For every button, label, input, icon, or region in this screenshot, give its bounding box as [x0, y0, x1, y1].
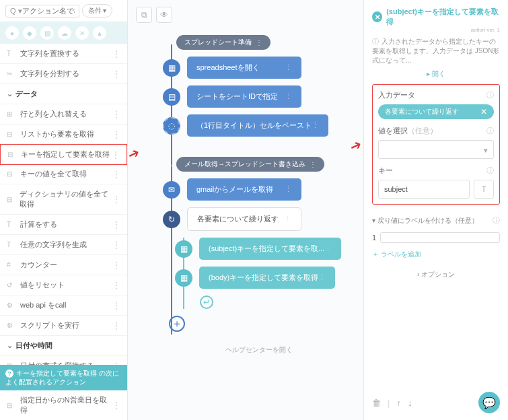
- flow-node-loop[interactable]: 各要素について繰り返す⋮: [187, 207, 301, 231]
- cat-icon[interactable]: ▲: [93, 26, 106, 40]
- list-item[interactable]: ↺値をリセット⋮: [0, 275, 127, 295]
- chat-fab[interactable]: 💬: [478, 392, 500, 413]
- delete-button[interactable]: 🗑: [372, 398, 381, 408]
- sidebar: Q ▾ 条件 ▾ ● ◆ ▤ ☁ ✕ ▲ T文字列を置換する⋮ ✂文字列を分割す…: [0, 0, 128, 420]
- remove-tag-icon[interactable]: ✕: [480, 107, 487, 116]
- move-up-button[interactable]: ↑: [396, 398, 401, 408]
- action-list: T文字列を置換する⋮ ✂文字列を分割する⋮ ⌄データ ⊞行と列を入れ替える⋮ ⊟…: [0, 44, 127, 365]
- flow-node[interactable]: gmailからメールを取得⋮: [187, 178, 301, 201]
- filter-pill[interactable]: 条件 ▾: [82, 4, 113, 18]
- list-item[interactable]: ⊟リストから要素を取得⋮: [0, 125, 127, 145]
- panel-description: ⓘ入力されたデータから指定したキーの要素を取得します。入力データは JSON形式…: [372, 37, 500, 65]
- label-input[interactable]: [380, 232, 500, 243]
- key-input[interactable]: subject: [378, 180, 470, 199]
- close-icon[interactable]: ✕: [372, 11, 382, 22]
- help-link[interactable]: ヘルプセンターを開く: [163, 345, 355, 355]
- cat-icon[interactable]: ●: [5, 26, 19, 40]
- version-label: action ver. 1: [372, 27, 500, 33]
- list-header-date[interactable]: ⌄日付や時間: [0, 336, 127, 356]
- value-select[interactable]: ▾: [378, 140, 494, 159]
- field-label: キー: [378, 166, 393, 176]
- cat-icon[interactable]: ◆: [23, 26, 36, 40]
- copy-button[interactable]: ⧉: [136, 7, 152, 23]
- list-item[interactable]: #カウンター⋮: [0, 255, 127, 275]
- panel-footer: 🗑 | ↑ ↓ 💬: [372, 385, 500, 413]
- input-fieldset: 入力データⓘ 各要素について繰り返す✕ 値を選択（任意）ⓘ ▾ キーⓘ subj…: [372, 84, 500, 205]
- list-item[interactable]: ⚙web api をcall⋮: [0, 295, 127, 316]
- flow-node[interactable]: シートをシートIDで指定⋮: [187, 85, 301, 108]
- list-item-selected[interactable]: ⊟キーを指定して要素を取得⋮: [0, 144, 127, 165]
- section-label[interactable]: スプレッドシート準備⋮: [176, 35, 270, 50]
- cat-icon[interactable]: ✕: [75, 26, 89, 40]
- list-item[interactable]: ⚙スクリプトを実行⋮: [0, 316, 127, 336]
- list-item[interactable]: ⊟日付の書式を変換する⋮: [0, 356, 127, 365]
- properties-panel: ✕(subject)キーを指定して要素を取得 action ver. 1 ⓘ入力…: [363, 0, 508, 420]
- cat-icon[interactable]: ▤: [40, 26, 54, 40]
- flow-node[interactable]: spreadsheetを開く⋮: [187, 57, 301, 79]
- search-box[interactable]: Q ▾: [5, 5, 79, 18]
- node-icon[interactable]: ◌: [163, 117, 180, 135]
- node-icon[interactable]: ▦: [175, 269, 192, 287]
- node-icon[interactable]: ▦: [175, 240, 192, 258]
- list-item[interactable]: ⊟キーの値を全て取得⋮: [0, 164, 127, 184]
- panel-title: ✕(subject)キーを指定して要素を取得: [372, 7, 500, 27]
- expand-link[interactable]: ▸ 開く: [372, 69, 500, 79]
- info-icon[interactable]: ⓘ: [486, 166, 494, 176]
- loop-icon[interactable]: ↻: [163, 211, 180, 228]
- list-header-data[interactable]: ⌄データ: [0, 84, 127, 104]
- sidebar-top: Q ▾ 条件 ▾: [0, 0, 127, 22]
- node-icon[interactable]: ▤: [163, 88, 180, 106]
- text-mode-button[interactable]: T: [474, 180, 494, 199]
- suggestion-tip[interactable]: ?キーを指定して要素を取得 の次によく配置されるアクション: [0, 365, 127, 390]
- move-down-button[interactable]: ↓: [408, 398, 412, 408]
- cat-icon[interactable]: ☁: [58, 26, 71, 40]
- return-label-accordion[interactable]: ▾ 戻り値にラベルを付ける（任意）ⓘ: [372, 215, 500, 225]
- flow-canvas[interactable]: ⧉ 👁 スプレッドシート準備⋮ ▦spreadsheetを開く⋮ ▤シートをシー…: [128, 0, 363, 420]
- list-item[interactable]: ⊟ディクショナリの値を全て取得⋮: [0, 184, 127, 215]
- options-accordion[interactable]: › オプション: [372, 270, 500, 279]
- flow-node-selected[interactable]: (subject)キーを指定して要素を取...⋮: [199, 238, 341, 260]
- list-item[interactable]: T任意の文字列を生成⋮: [0, 235, 127, 255]
- list-item[interactable]: T計算をする⋮: [0, 215, 127, 235]
- list-item[interactable]: ⊞行と列を入れ替える⋮: [0, 104, 127, 125]
- flow-node[interactable]: （1行目タイトル）セルをペースト⋮: [187, 114, 328, 137]
- add-label-button[interactable]: ＋ ラベルを追加: [372, 250, 500, 259]
- field-label: 値を選択（任意）: [378, 126, 437, 136]
- list-item[interactable]: ✂文字列を分割する⋮: [0, 64, 127, 84]
- node-icon[interactable]: ✉: [163, 181, 180, 199]
- chevron-down-icon: ▾: [484, 146, 488, 155]
- section-label[interactable]: メール取得→スプレッドシート書き込み⋮: [176, 157, 324, 172]
- visibility-button[interactable]: 👁: [156, 7, 172, 23]
- label-index: 1: [372, 234, 376, 242]
- node-icon[interactable]: ▦: [163, 59, 180, 77]
- list-item[interactable]: T文字列を置換する⋮: [0, 44, 127, 64]
- flow-node[interactable]: (body)キーを指定して要素を取得⋮: [199, 267, 335, 289]
- list-item[interactable]: ⊟指定日からのN営業日を取得⋮: [0, 390, 127, 420]
- info-icon[interactable]: ⓘ: [486, 126, 494, 136]
- search-input[interactable]: [22, 7, 75, 15]
- field-label: 入力データ: [378, 90, 415, 100]
- input-tag[interactable]: 各要素について繰り返す✕: [378, 104, 494, 119]
- info-icon[interactable]: ⓘ: [486, 90, 494, 100]
- loop-end-icon[interactable]: ↵: [200, 295, 213, 309]
- category-icon-bar: ● ◆ ▤ ☁ ✕ ▲: [0, 22, 127, 44]
